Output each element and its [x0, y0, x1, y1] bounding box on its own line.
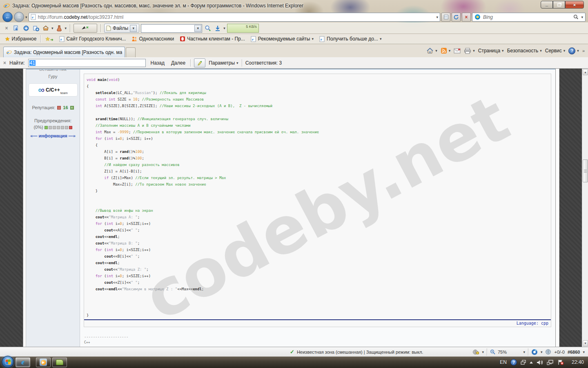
filter-combobox[interactable]: ▾ [141, 24, 202, 33]
favorite-link-3[interactable]: Частным клиентам - Пр... [178, 35, 247, 43]
speed-indicator: 5 KB/s [227, 24, 259, 33]
addon-dropdown-icon[interactable]: ▾ [541, 350, 543, 354]
code-block-lines: void main(void){ setlocale(LC_ALL,"Russi… [84, 74, 551, 319]
find-close-icon[interactable]: × [3, 60, 6, 66]
safety-menu-button[interactable]: Безопасность ▾ [507, 48, 542, 54]
page-menu-button[interactable]: Страница ▾ [478, 48, 504, 54]
restore-button[interactable] [553, 1, 565, 9]
filter-dropdown-arrow-icon[interactable]: ▾ [194, 25, 201, 32]
ie-page-icon: e [319, 36, 325, 42]
zoom-button[interactable]: 75% ▾ [490, 349, 525, 355]
tab-bar: e Задача: Одномерный массив [Разность од… [0, 44, 588, 57]
find-options-button[interactable]: Параметры ▾ [209, 60, 238, 66]
reputation-minus-button[interactable]: - [57, 106, 61, 110]
language-indicator[interactable]: EN [500, 359, 507, 365]
history-dropdown-icon[interactable]: ▾ [25, 15, 27, 19]
url-dropdown-icon[interactable]: ▾ [436, 15, 438, 19]
find-input[interactable]: 41 [28, 59, 146, 67]
favorite-link-2[interactable]: Одноклассники [130, 35, 176, 43]
feeds-button[interactable]: ▾ [441, 47, 451, 54]
downloads-list-icon[interactable] [12, 24, 20, 32]
start-button[interactable] [2, 356, 14, 368]
print-button[interactable]: ▾ [464, 48, 475, 54]
privacy-icon[interactable] [472, 349, 479, 355]
code-block: void main(void){ setlocale(LC_ALL,"Russi… [84, 74, 551, 327]
toolbar-separator [100, 24, 101, 32]
chevron-down-icon: ▾ [435, 49, 437, 53]
new-tab-button[interactable] [126, 47, 136, 57]
author-info-link[interactable]: «— информация —» [26, 133, 80, 138]
search-magnifier-icon[interactable] [573, 14, 579, 20]
addon-icon[interactable] [531, 349, 538, 355]
taskbar-app-button[interactable] [52, 357, 67, 367]
scroll-down-button[interactable]: ▼ [583, 340, 588, 346]
scrollbar-thumb[interactable] [583, 159, 588, 182]
help-button[interactable]: ? ▾ [568, 47, 579, 54]
forward-button[interactable]: → [14, 12, 24, 22]
scheduler-dropdown-icon[interactable]: ▾ [65, 26, 67, 30]
address-field[interactable]: e http://forum.codeby.net/topic39237.htm… [29, 13, 440, 22]
highlighter-icon [197, 60, 203, 66]
close-button[interactable]: × [565, 1, 584, 9]
network-icon[interactable] [547, 360, 554, 365]
get-more-addons-button[interactable]: e Получить больше до... ▾ [318, 35, 383, 43]
suggested-sites-button[interactable]: e Рекомендуемые сайты ▾ [249, 35, 315, 43]
refresh-button[interactable] [452, 13, 461, 22]
search-downloads-icon[interactable] [204, 24, 212, 32]
read-mail-button[interactable] [454, 48, 461, 54]
zoom-dropdown-icon[interactable]: ▾ [523, 350, 525, 354]
toolbar-close-icon[interactable]: × [2, 24, 11, 32]
search-dropdown-icon[interactable]: ▾ [581, 15, 583, 19]
favorites-button[interactable]: ★ Избранное [3, 35, 38, 43]
highlight-all-button[interactable] [194, 58, 205, 67]
show-hidden-icons-button[interactable] [530, 361, 533, 364]
add-group-icon[interactable] [32, 24, 40, 32]
tools-menu-button[interactable]: Сервис ▾ [545, 48, 566, 54]
scheduler-icon[interactable] [55, 24, 63, 32]
files-dropdown-arrow-icon[interactable]: ▾ [130, 25, 137, 32]
counter-dropdown-icon[interactable]: ▾ [583, 350, 585, 354]
favorite-link-1[interactable]: e Сайт Городского Клинич... [58, 35, 128, 43]
taskbar-media-player-button[interactable]: ▶ [36, 357, 51, 367]
reputation-plus-button[interactable]: + [70, 106, 74, 110]
help-tray-icon[interactable]: ? [510, 359, 517, 366]
compatibility-view-button[interactable] [441, 13, 450, 22]
post-author-sidebar: Вставить ник Гуру ∞ C/C++ team Репутация… [26, 70, 80, 347]
find-next-button[interactable]: Далее [169, 60, 187, 66]
stop-button[interactable]: × [462, 13, 471, 22]
start-download-dropdown-icon[interactable]: ▾ [223, 26, 225, 30]
add-download-icon[interactable] [22, 24, 30, 32]
minimize-button[interactable]: – [541, 1, 553, 9]
zoom-magnifier-icon [490, 349, 496, 355]
home-tool-dropdown-icon[interactable]: ▾ [51, 26, 53, 30]
command-overflow-chevron[interactable]: » [582, 48, 585, 53]
printer-icon [464, 48, 471, 54]
zone-text: Неизвестная зона (смешанная) | Защищенны… [297, 350, 423, 355]
taskbar-clock[interactable]: 22:40 [572, 359, 584, 365]
files-dropdown[interactable]: Файлы ▾ [104, 24, 139, 33]
forum-post-panel: Вставить ник Гуру ∞ C/C++ team Репутация… [26, 69, 555, 347]
home-tool-icon[interactable] [42, 24, 50, 32]
scroll-up-button[interactable]: ▲ [583, 69, 588, 75]
action-center-flag-icon[interactable] [557, 359, 564, 365]
start-download-icon[interactable] [214, 24, 222, 32]
volume-icon[interactable] [537, 360, 543, 365]
home-button[interactable]: ▾ [426, 47, 437, 54]
back-button[interactable]: ← [2, 12, 13, 22]
vertical-scrollbar[interactable]: ▲ ▼ [582, 69, 588, 347]
page-icon: e [31, 14, 36, 20]
privacy-dropdown-icon[interactable]: ▾ [482, 350, 484, 354]
restore-windows-icon[interactable] [521, 360, 526, 365]
search-box[interactable]: Bing ▾ [472, 13, 586, 22]
add-to-favorites-button[interactable]: ★➜ [43, 35, 55, 43]
search-input[interactable]: Bing [483, 14, 571, 20]
files-label: Файлы [113, 25, 128, 31]
windows-logo-icon [5, 359, 11, 364]
reputation-row: Репутация: - 16 + [26, 105, 80, 110]
find-previous-button[interactable]: Назад [149, 60, 166, 66]
catch-link-button[interactable] [74, 24, 97, 33]
tab-active[interactable]: e Задача: Одномерный массив [Разность од… [3, 47, 125, 57]
taskbar-ie-button[interactable]: e [16, 357, 30, 367]
globe-icon [545, 349, 551, 355]
insert-nick-link[interactable]: Вставить ник [26, 70, 80, 72]
